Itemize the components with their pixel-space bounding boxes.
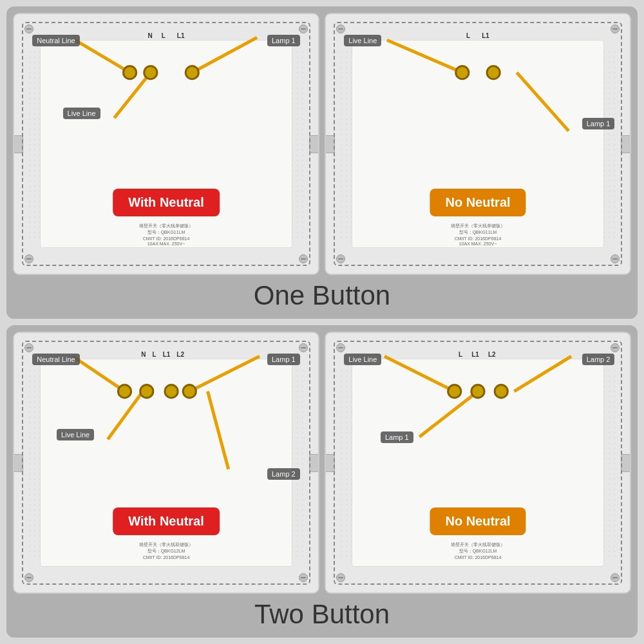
rating-text-1: 10AX MAX. 250V~ (147, 242, 185, 246)
terminal-labels-4: L L1 L2 (459, 351, 495, 358)
notch-right-4 (621, 454, 631, 472)
live-line-label-3: Live Line (57, 429, 94, 440)
one-no-neutral-panel: 墙壁开关（零火线单键版） 型号：QBKG11LM CMIIT ID: 2016D… (325, 13, 631, 275)
cert-text-2: CMIIT ID: 2016DP6814 (455, 236, 502, 241)
switch-inner-4: 墙壁开关（零火线双键版） 型号：QBKG12LM CMIIT ID: 2016D… (326, 333, 630, 592)
two-no-neutral-panel: 墙壁开关（零火线双键版） 型号：QBKG12LM CMIIT ID: 2016D… (325, 332, 631, 594)
inner-board-2: 墙壁开关（零火线单键版） 型号：QBKG11LM CMIIT ID: 2016D… (352, 40, 604, 248)
neutral-line-label-3: Neutral Line (32, 354, 79, 365)
terminal-labels: N L L1 (147, 32, 184, 39)
terminal-labels-2: L L1 (466, 32, 489, 39)
with-neutral-badge: With Neutral (113, 189, 220, 216)
one-with-neutral-panel: 墙壁开关（零火线单键版） 型号：QBKG11LM CMIIT ID: 2016D… (13, 13, 319, 275)
one-button-label: One Button (6, 275, 638, 319)
terminal-labels-3: N L L1 L2 (141, 351, 184, 358)
cert-text-3: CMIIT ID: 2016DP6814 (143, 555, 190, 560)
notch-right-2 (621, 135, 631, 153)
no-neutral-badge-2: No Neutral (430, 507, 526, 535)
model-text-1: 型号：QBKG11LM (147, 229, 185, 236)
lamp1-label-4: Lamp 1 (381, 431, 413, 443)
live-line-label-4: Live Line (344, 354, 381, 365)
lamp1-label-2: Lamp 1 (582, 118, 615, 129)
pcb-text-2: 墙壁开关（零火线单键版） (446, 223, 510, 229)
inner-board-3: 墙壁开关（零火线双键版） 型号：QBKG12LM CMIIT ID: 2016D… (40, 359, 292, 567)
rating-text-2: 10AX MAX. 250V~ (459, 242, 497, 246)
pcb-text-3: 墙壁开关（零火线双键版） (131, 542, 202, 548)
lamp2-label-4: Lamp 2 (582, 354, 615, 365)
two-button-switches: 墙壁开关（零火线双键版） 型号：QBKG12LM CMIIT ID: 2016D… (6, 325, 638, 594)
inner-board-4: 墙壁开关（零火线双键版） 型号：QBKG12LM CMIIT ID: 2016D… (352, 359, 604, 567)
no-neutral-badge: No Neutral (430, 189, 526, 216)
two-button-section: 墙壁开关（零火线双键版） 型号：QBKG12LM CMIIT ID: 2016D… (6, 325, 638, 638)
lamp2-label-3: Lamp 2 (267, 468, 300, 480)
one-button-section: 墙壁开关（零火线单键版） 型号：QBKG11LM CMIIT ID: 2016D… (6, 6, 638, 319)
notch-right (309, 135, 319, 153)
pcb-text-1: 墙壁开关（零火线单键版） (134, 223, 198, 229)
lamp1-label: Lamp 1 (267, 35, 300, 46)
switch-inner-3: 墙壁开关（零火线双键版） 型号：QBKG12LM CMIIT ID: 2016D… (14, 333, 318, 592)
switch-inner-2: 墙壁开关（零火线单键版） 型号：QBKG11LM CMIIT ID: 2016D… (326, 14, 630, 274)
notch-right-3 (309, 454, 319, 472)
live-line-label: Live Line (63, 108, 100, 119)
switch-inner: 墙壁开关（零火线单键版） 型号：QBKG11LM CMIIT ID: 2016D… (14, 14, 318, 274)
neutral-line-label: Neutral Line (32, 35, 79, 46)
lamp1-label-3: Lamp 1 (267, 354, 300, 365)
main-container: 墙壁开关（零火线单键版） 型号：QBKG11LM CMIIT ID: 2016D… (0, 0, 644, 644)
inner-board: 墙壁开关（零火线单键版） 型号：QBKG11LM CMIIT ID: 2016D… (40, 40, 292, 248)
live-line-label-2: Live Line (344, 35, 381, 46)
model-text-3: 型号：QBKG12LM (147, 548, 185, 554)
model-text-4: 型号：QBKG12LM (459, 548, 497, 554)
with-neutral-badge-2: With Neutral (113, 507, 220, 535)
two-with-neutral-panel: 墙壁开关（零火线双键版） 型号：QBKG12LM CMIIT ID: 2016D… (13, 332, 319, 594)
model-text-2: 型号：QBKG11LM (459, 229, 497, 236)
cert-text-4: CMIIT ID: 2016DP6814 (455, 555, 502, 560)
cert-text-1: CMIIT ID: 2016DP6814 (143, 236, 190, 241)
one-button-switches: 墙壁开关（零火线单键版） 型号：QBKG11LM CMIIT ID: 2016D… (6, 6, 638, 275)
two-button-label: Two Button (6, 594, 638, 638)
pcb-text-4: 墙壁开关（零火线双键版） (442, 542, 513, 548)
